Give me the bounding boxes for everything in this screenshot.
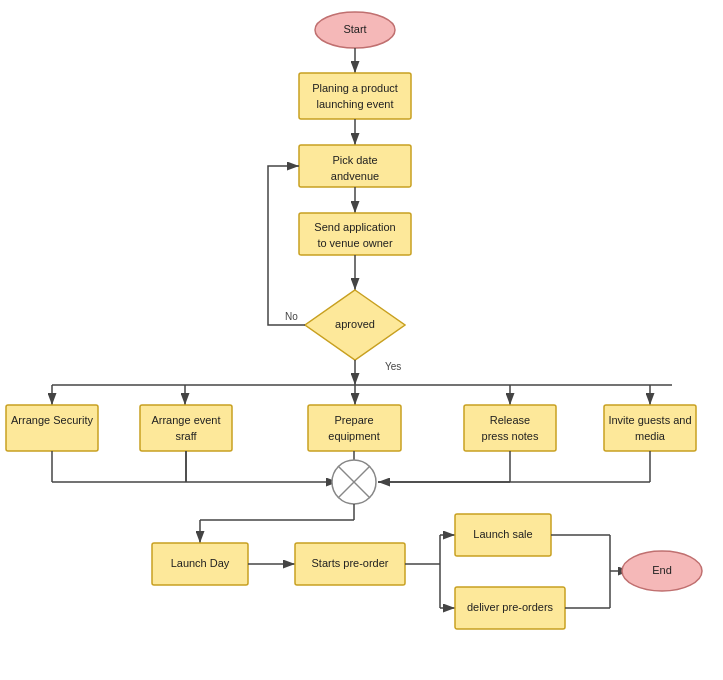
- release-press-label: Release: [490, 414, 530, 426]
- no-label: No: [285, 311, 298, 322]
- prepare-equip-node: [308, 405, 401, 451]
- end-label: End: [652, 564, 672, 576]
- arrange-security-label: Arrange Security: [11, 414, 93, 426]
- prepare-equip-label: Prepare: [334, 414, 373, 426]
- arrange-security-node: [6, 405, 98, 451]
- launch-day-label: Launch Day: [171, 557, 230, 569]
- plan-node: [299, 73, 411, 119]
- invite-guests-label2: media: [635, 430, 666, 442]
- invite-guests-node: [604, 405, 696, 451]
- prepare-equip-label2: equipment: [328, 430, 379, 442]
- start-label: Start: [343, 23, 366, 35]
- invite-guests-label: Invite guests and: [608, 414, 691, 426]
- deliver-label: deliver pre-orders: [467, 601, 554, 613]
- arrange-staff-node: [140, 405, 232, 451]
- plan-label: Planing a product: [312, 82, 398, 94]
- yes-label: Yes: [385, 361, 401, 372]
- plan-label2: launching event: [316, 98, 393, 110]
- send-app-label: Send application: [314, 221, 395, 233]
- arrange-staff-label: Arrange event: [151, 414, 220, 426]
- arrange-staff-label2: sraff: [175, 430, 197, 442]
- pick-date-label: Pick date: [332, 154, 377, 166]
- release-press-label2: press notes: [482, 430, 539, 442]
- approved-label: aproved: [335, 318, 375, 330]
- launch-sale-label: Launch sale: [473, 528, 532, 540]
- pick-date-label2: andvenue: [331, 170, 379, 182]
- release-press-node: [464, 405, 556, 451]
- send-app-label2: to venue owner: [317, 237, 393, 249]
- pre-order-label: Starts pre-order: [311, 557, 388, 569]
